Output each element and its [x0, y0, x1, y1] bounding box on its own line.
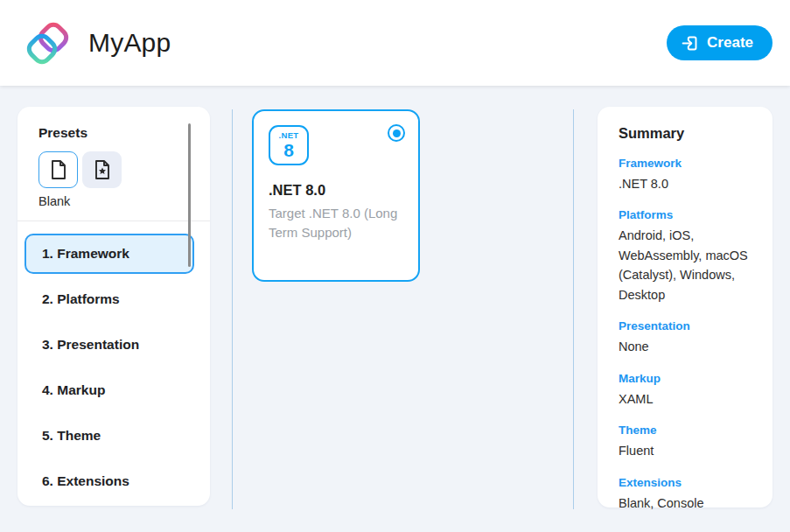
step-extensions[interactable]: 6. Extensions — [24, 461, 199, 501]
summary-label-theme: Theme — [619, 424, 752, 437]
summary-heading: Summary — [619, 125, 752, 142]
option-title: .NET 8.0 — [269, 182, 406, 199]
summary-label-framework: Framework — [619, 157, 752, 170]
presets-heading: Presets — [38, 125, 210, 141]
summary-value-extensions: Blank, Console — [619, 494, 752, 513]
badge-text-net: .NET — [279, 131, 299, 140]
step-platforms[interactable]: 2. Platforms — [24, 279, 199, 319]
badge-text-8: 8 — [283, 141, 294, 159]
option-description: Target .NET 8.0 (Long Term Support) — [269, 204, 402, 242]
separator-left — [232, 109, 233, 509]
step-framework[interactable]: 1. Framework — [24, 234, 194, 274]
radio-selected-icon[interactable] — [388, 124, 405, 142]
summary-label-extensions: Extensions — [619, 476, 752, 489]
preset-selected-label: Blank — [38, 194, 210, 208]
uno-platform-logo — [22, 18, 73, 68]
step-markup[interactable]: 4. Markup — [24, 370, 199, 410]
preset-default-button[interactable] — [82, 151, 122, 188]
blank-document-icon — [49, 159, 68, 180]
page-title: MyApp — [88, 28, 171, 58]
summary-value-presentation: None — [619, 337, 752, 356]
framework-option-card[interactable]: .NET 8 .NET 8.0 Target .NET 8.0 (Long Te… — [252, 109, 420, 282]
summary-value-platforms: Android, iOS, WebAssembly, macOS (Cataly… — [619, 226, 752, 304]
preset-options — [38, 151, 210, 188]
summary-label-platforms: Platforms — [619, 208, 752, 221]
wizard-steps: 1. Framework 2. Platforms 3. Presentatio… — [24, 234, 203, 501]
create-button-label: Create — [707, 34, 753, 52]
create-button[interactable]: Create — [667, 25, 773, 60]
enter-icon — [681, 34, 699, 52]
summary-label-markup: Markup — [619, 372, 752, 385]
wizard-sidebar: Presets Blank 1. Framework 2. Platforms … — [17, 107, 210, 506]
separator-right — [573, 109, 574, 509]
summary-value-theme: Fluent — [619, 441, 752, 460]
starred-document-icon — [93, 159, 112, 180]
summary-value-framework: .NET 8.0 — [619, 174, 752, 193]
summary-value-markup: XAML — [619, 389, 752, 409]
sidebar-divider — [17, 220, 210, 221]
summary-label-presentation: Presentation — [619, 319, 752, 332]
step-theme[interactable]: 5. Theme — [24, 416, 199, 456]
dotnet8-badge-icon: .NET 8 — [269, 125, 309, 165]
summary-panel: Summary Framework .NET 8.0 Platforms And… — [598, 107, 773, 508]
app-header: MyApp Create — [0, 0, 790, 86]
sidebar-scrollbar[interactable] — [188, 123, 191, 267]
preset-blank-button[interactable] — [38, 151, 78, 188]
step-presentation[interactable]: 3. Presentation — [24, 325, 199, 365]
